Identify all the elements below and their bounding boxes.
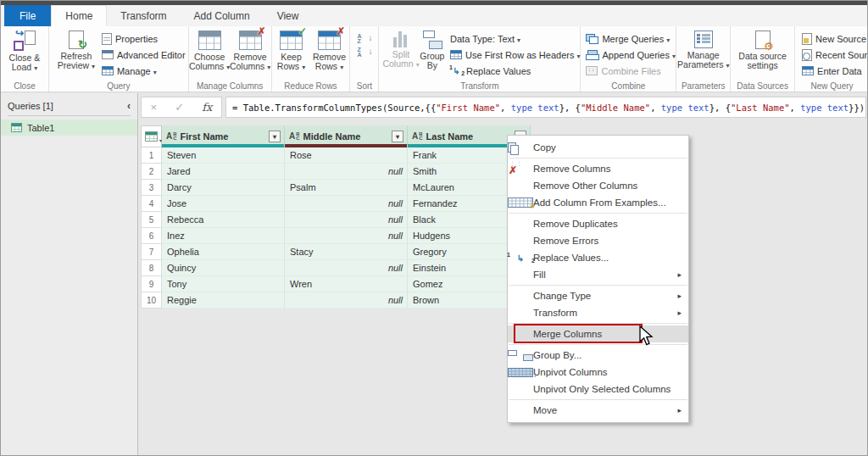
tab-home[interactable]: Home bbox=[51, 5, 107, 26]
cell-null[interactable]: null bbox=[285, 228, 408, 244]
cell[interactable]: Steven bbox=[162, 147, 285, 164]
menu-item-move[interactable]: Move▸ bbox=[508, 402, 688, 419]
tab-transform[interactable]: Transform bbox=[107, 5, 180, 26]
enter-data-label: Enter Data bbox=[817, 66, 862, 76]
replace-values-button[interactable]: ↳Replace Values bbox=[450, 63, 580, 79]
tab-view[interactable]: View bbox=[264, 5, 313, 26]
choose-columns-button[interactable]: Choose Columns bbox=[189, 29, 230, 80]
row-number[interactable]: 7 bbox=[141, 244, 162, 260]
row-number[interactable]: 5 bbox=[141, 212, 162, 228]
data-source-settings-button[interactable]: Data source settings bbox=[732, 29, 793, 80]
row-number[interactable]: 2 bbox=[141, 164, 162, 180]
table-row: 7OpheliaStacyGregory bbox=[141, 244, 531, 260]
row-number[interactable]: 6 bbox=[141, 228, 162, 244]
cell[interactable]: Darcy bbox=[162, 180, 285, 196]
choose-columns-label: Choose Columns bbox=[189, 52, 225, 71]
sort-ascending-button[interactable] bbox=[357, 32, 374, 46]
remove-columns-button[interactable]: Remove Columns bbox=[230, 29, 270, 80]
cell[interactable]: Rebecca bbox=[162, 212, 285, 228]
menu-item-unpivot-only-selected-columns[interactable]: Unpivot Only Selected Columns bbox=[508, 381, 688, 398]
cell-null[interactable]: null bbox=[285, 212, 408, 228]
cell[interactable]: Tony bbox=[162, 276, 285, 292]
menu-item-transform[interactable]: Transform▸ bbox=[508, 304, 688, 321]
menu-item-replace-values[interactable]: ↳Replace Values... bbox=[508, 249, 688, 266]
append-queries-button[interactable]: Append Queries bbox=[586, 47, 676, 63]
table-icon bbox=[11, 123, 22, 132]
group-label-new-query: New Query bbox=[795, 81, 868, 91]
recent-sources-button[interactable]: Recent Sources bbox=[802, 47, 868, 63]
replace-values-icon: ↳ bbox=[450, 65, 463, 76]
refresh-preview-icon bbox=[69, 31, 84, 49]
menu-item-group-by[interactable]: Group By... bbox=[508, 347, 688, 364]
menu-item-fill[interactable]: Fill▸ bbox=[508, 266, 688, 283]
cell[interactable]: Ophelia bbox=[162, 244, 285, 260]
manage-button[interactable]: Manage bbox=[102, 63, 186, 79]
collapse-pane-icon[interactable]: ‹ bbox=[127, 100, 131, 112]
row-number[interactable]: 10 bbox=[141, 292, 162, 309]
menu-item-merge-columns[interactable]: Merge Columns bbox=[508, 325, 688, 342]
group-by-button[interactable]: Group By bbox=[420, 29, 445, 80]
manage-parameters-button[interactable]: Manage Parameters bbox=[678, 29, 729, 80]
menu-item-copy[interactable]: Copy bbox=[508, 139, 688, 156]
dropdown-caret-icon bbox=[299, 61, 305, 71]
menu-item-label: Merge Columns bbox=[533, 329, 688, 339]
advanced-editor-button[interactable]: Advanced Editor bbox=[102, 47, 186, 63]
cell[interactable]: Rose bbox=[285, 147, 408, 164]
group-label-manage-columns: Manage Columns bbox=[189, 81, 271, 91]
cell-null[interactable]: null bbox=[285, 292, 408, 309]
remove-rows-button[interactable]: Remove Rows bbox=[310, 29, 349, 80]
data-type-button[interactable]: Data Type: Text bbox=[450, 31, 580, 47]
properties-button[interactable]: Properties bbox=[102, 31, 186, 47]
cell[interactable]: Psalm bbox=[285, 180, 408, 196]
menu-item-remove-duplicates[interactable]: Remove Duplicates bbox=[508, 215, 688, 232]
cell-null[interactable]: null bbox=[285, 196, 408, 212]
menu-item-add-column-from-examples[interactable]: Add Column From Examples... bbox=[508, 194, 688, 211]
submenu-arrow-icon: ▸ bbox=[677, 292, 682, 300]
column-header-first-name[interactable]: First Name bbox=[162, 125, 285, 147]
combine-files-button[interactable]: Combine Files bbox=[586, 63, 676, 79]
cancel-formula-icon[interactable]: × bbox=[151, 101, 158, 114]
cell[interactable]: Quincy bbox=[162, 260, 285, 276]
query-item-table1[interactable]: Table1 bbox=[1, 120, 137, 136]
row-number[interactable]: 1 bbox=[141, 147, 162, 164]
enter-data-button[interactable]: Enter Data bbox=[802, 63, 868, 79]
advanced-editor-label: Advanced Editor bbox=[117, 50, 186, 60]
column-filter-dropdown[interactable] bbox=[269, 131, 281, 142]
context-menu: CopyRemove ColumnsRemove Other ColumnsAd… bbox=[507, 135, 689, 423]
cell[interactable]: Wren bbox=[285, 276, 408, 292]
cell[interactable]: Jared bbox=[162, 164, 285, 180]
new-source-button[interactable]: New Source bbox=[802, 31, 868, 47]
cell[interactable]: Stacy bbox=[285, 244, 408, 260]
menu-item-remove-other-columns[interactable]: Remove Other Columns bbox=[508, 177, 688, 194]
column-header-middle-name[interactable]: Middle Name bbox=[285, 125, 408, 147]
formula-input[interactable]: = Table.TransformColumnTypes(Source,{{"F… bbox=[225, 97, 866, 118]
menu-item-remove-errors[interactable]: Remove Errors bbox=[508, 232, 688, 249]
tab-add-column[interactable]: Add Column bbox=[181, 5, 264, 26]
sort-descending-button[interactable] bbox=[357, 46, 374, 59]
tab-file[interactable]: File bbox=[4, 5, 51, 26]
unpivot-columns-icon bbox=[508, 368, 533, 377]
column-filter-dropdown[interactable] bbox=[392, 131, 403, 142]
cell-null[interactable]: null bbox=[285, 260, 408, 276]
cell[interactable]: Inez bbox=[162, 228, 285, 244]
row-number[interactable]: 3 bbox=[141, 180, 162, 196]
table-menu-button[interactable] bbox=[141, 125, 162, 147]
row-number[interactable]: 9 bbox=[141, 276, 162, 292]
row-number[interactable]: 8 bbox=[141, 260, 162, 276]
keep-rows-button[interactable]: Keep Rows bbox=[273, 29, 310, 80]
menu-item-unpivot-columns[interactable]: Unpivot Columns bbox=[508, 364, 688, 381]
commit-formula-icon[interactable]: ✓ bbox=[175, 101, 184, 114]
text-type-icon bbox=[412, 132, 423, 141]
cell-null[interactable]: null bbox=[285, 164, 408, 180]
close-and-load-button[interactable]: ↪ Close & Load bbox=[2, 29, 47, 80]
refresh-preview-button[interactable]: Refresh Preview bbox=[54, 29, 98, 80]
menu-item-label: Replace Values... bbox=[533, 253, 688, 263]
cell[interactable]: Reggie bbox=[162, 292, 285, 309]
merge-queries-button[interactable]: Merge Queries bbox=[586, 31, 676, 47]
cell[interactable]: Jose bbox=[162, 196, 285, 212]
use-first-row-as-headers-button[interactable]: Use First Row as Headers bbox=[450, 47, 580, 63]
menu-item-change-type[interactable]: Change Type▸ bbox=[508, 287, 688, 304]
menu-item-remove-columns[interactable]: Remove Columns bbox=[508, 160, 688, 177]
row-number[interactable]: 4 bbox=[141, 196, 162, 212]
split-column-button[interactable]: Split Column bbox=[382, 29, 419, 80]
